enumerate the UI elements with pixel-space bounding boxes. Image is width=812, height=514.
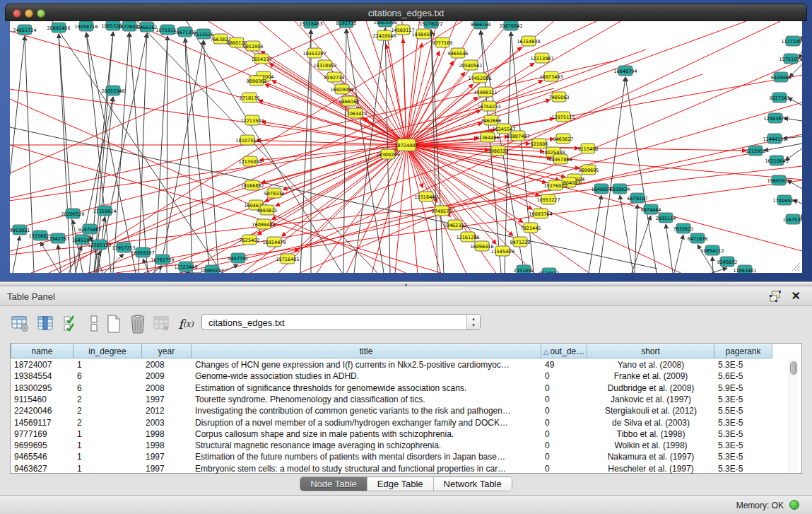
network-node[interactable]: 10995817 <box>200 265 223 273</box>
network-node[interactable]: 9466163 <box>339 96 360 106</box>
network-node[interactable]: 1167531 <box>783 214 802 224</box>
network-node[interactable]: 10553298 <box>373 21 396 27</box>
network-node[interactable]: 91364486 <box>476 132 499 142</box>
network-node[interactable]: 16648794 <box>613 66 637 76</box>
network-node[interactable]: 15751074 <box>779 54 802 64</box>
table-row[interactable]: 911546021997Tourette syndrome. Phenomeno… <box>11 394 772 405</box>
network-node[interactable]: 5878334 <box>264 188 285 198</box>
network-node[interactable]: 16210643 <box>765 156 788 165</box>
network-node[interactable]: 7515526 <box>194 29 214 39</box>
network-node[interactable]: 9699695 <box>579 165 599 175</box>
column-header-year[interactable]: year <box>142 344 192 358</box>
network-node[interactable]: 9634012 <box>539 268 560 273</box>
network-node[interactable]: 17016504 <box>772 195 796 205</box>
network-node[interactable]: 19058716 <box>74 21 98 31</box>
network-node[interactable]: 2935114 <box>656 213 676 223</box>
delete-column-icon[interactable] <box>127 313 148 334</box>
network-node[interactable]: 12093872 <box>763 113 787 123</box>
float-panel-icon[interactable] <box>770 291 782 302</box>
network-node[interactable]: 20691406 <box>47 23 70 33</box>
table-row[interactable]: 2242004622012Investigating the contribut… <box>11 405 772 416</box>
network-node[interactable]: 15318452 <box>313 60 336 70</box>
network-node[interactable]: 18107554 <box>235 135 259 145</box>
network-node[interactable]: 8938924 <box>610 184 630 194</box>
network-node[interactable]: 10973493 <box>539 71 563 81</box>
network-node[interactable]: 15276022 <box>419 21 442 28</box>
table-row[interactable]: 977716911998Corpus callosum shape and si… <box>11 428 772 440</box>
network-node[interactable]: 8471229 <box>510 237 531 247</box>
panel-divider[interactable]: ▴ <box>0 281 812 286</box>
network-node[interactable]: 16914479 <box>262 237 286 247</box>
network-node[interactable]: 8215958 <box>746 146 766 156</box>
network-node[interactable]: 12161256 <box>456 232 479 242</box>
network-node[interactable]: 20876842 <box>499 21 522 30</box>
network-node[interactable]: 16154838 <box>517 36 540 46</box>
network-node[interactable]: 10553297 <box>302 48 326 58</box>
column-header-in_degree[interactable]: in_degree <box>73 344 142 358</box>
table-row[interactable]: 1456911722003Disruption of a novel membe… <box>11 417 772 428</box>
window-title-bar[interactable]: citations_edges.txt <box>5 4 807 21</box>
table-row[interactable]: 1830029562008Estimation of significance … <box>11 382 772 394</box>
column-header-name[interactable]: name <box>11 344 73 358</box>
network-node[interactable]: 7485063 <box>549 92 570 102</box>
network-node[interactable]: 1640954 <box>592 184 612 194</box>
network-node[interactable]: 12135034 <box>238 156 261 166</box>
network-node[interactable]: 10654112 <box>700 245 724 255</box>
table-row[interactable]: 946362711997Embryonic stem cells: a mode… <box>11 463 772 474</box>
table-row[interactable]: 1938455462009Genome-wide association stu… <box>11 370 772 382</box>
resize-grip[interactable] <box>791 262 801 271</box>
table-row[interactable]: 1872400712008Changes of HCN gene express… <box>11 359 772 370</box>
table-row[interactable]: 946554611997Estimation of the future num… <box>11 451 772 462</box>
network-canvas[interactable]: 7663822886012859129541654337234200498903… <box>10 21 802 273</box>
column-header-title[interactable]: title <box>192 344 541 358</box>
network-node[interactable]: 9749576 <box>432 206 452 216</box>
network-node[interactable]: 3915051 <box>10 225 30 235</box>
network-node[interactable]: 7921445 <box>521 223 541 233</box>
network-node[interactable]: 7632621 <box>673 223 694 233</box>
network-node[interactable]: 9474444 <box>641 204 661 214</box>
network-node[interactable]: 9463627 <box>553 134 574 144</box>
network-node[interactable]: 9329966 <box>771 72 792 82</box>
network-node[interactable]: 7625402 <box>240 235 260 245</box>
network-node[interactable]: 4493822 <box>257 205 278 215</box>
network-node[interactable]: 9245652 <box>717 257 738 267</box>
select-column-icon[interactable] <box>35 313 57 334</box>
network-node[interactable]: 621606 <box>531 139 548 148</box>
scrollbar-thumb[interactable] <box>790 361 797 375</box>
network-node[interactable]: 11545409 <box>490 246 514 256</box>
row-selector-icon[interactable] <box>83 313 105 334</box>
tab-network-table[interactable]: Network Table <box>434 477 512 491</box>
network-node[interactable]: 10553227 <box>536 194 560 204</box>
network-node[interactable]: 9115460 <box>578 144 599 153</box>
network-node[interactable]: 12213503 <box>240 115 264 125</box>
network-node[interactable]: 15318453 <box>299 21 322 28</box>
network-node[interactable]: 2331052 <box>514 265 534 273</box>
table-row[interactable]: 969969511998Structural magnetic resonanc… <box>11 440 772 451</box>
column-header-short[interactable]: short <box>587 344 714 358</box>
column-checks-icon[interactable] <box>61 313 82 334</box>
network-node[interactable]: 1654337 <box>252 54 272 64</box>
new-column-icon[interactable] <box>103 313 124 334</box>
tab-node-table[interactable]: Node Table <box>300 477 367 491</box>
network-node[interactable]: 8192735 <box>336 21 357 28</box>
column-header-pagerank[interactable]: pagerank <box>714 344 772 358</box>
network-node[interactable]: 20053346 <box>101 86 124 95</box>
tab-edge-table[interactable]: Edge Table <box>367 477 434 491</box>
network-node[interactable]: 9465546 <box>448 48 469 58</box>
network-node[interactable]: 9466164 <box>471 21 491 29</box>
function-builder-icon[interactable]: f(x) <box>175 313 196 334</box>
network-node[interactable]: 9227343 <box>770 93 790 103</box>
network-node[interactable]: 7986322 <box>488 146 509 156</box>
network-node[interactable]: 9457791 <box>228 253 249 263</box>
network-node[interactable]: 6679197 <box>628 193 648 203</box>
table-chooser-dropdown[interactable]: citations_edges.txt ▲▼ <box>201 314 481 330</box>
network-node[interactable]: 9777169 <box>433 37 453 47</box>
network-node[interactable]: 9890362 <box>247 76 267 86</box>
network-node[interactable]: 18724007 <box>394 139 418 151</box>
network-node[interactable]: 8471676 <box>688 233 708 243</box>
network-node[interactable]: 6466162 <box>137 22 158 32</box>
network-node[interactable]: 11172453 <box>781 36 802 46</box>
vertical-scrollbar[interactable] <box>789 359 798 472</box>
column-header-out_de[interactable]: △out_de… <box>541 344 587 358</box>
network-node[interactable]: 17452086 <box>468 73 491 83</box>
